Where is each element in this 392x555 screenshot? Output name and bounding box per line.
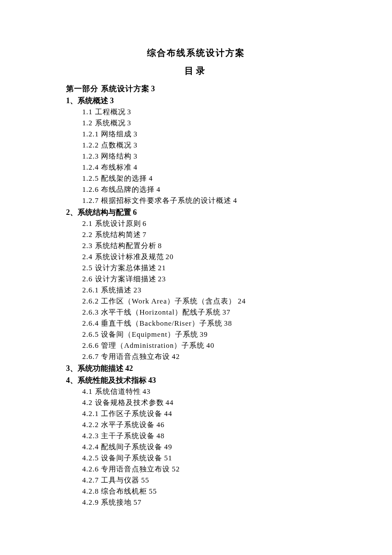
toc-entry: 2.5 设计方案总体描述21 xyxy=(66,263,326,274)
toc-entry-page: 51 xyxy=(164,454,172,462)
toc-entry-page: 55 xyxy=(149,487,157,495)
toc-entry: 1.2.4 布线标准4 xyxy=(66,162,326,173)
toc-entry-page: 3 xyxy=(127,108,132,116)
toc-entry: 2.1 系统设计原则6 xyxy=(66,218,326,229)
toc-entry-page: 38 xyxy=(224,319,232,327)
toc-entry: 2.6.7 专用语音点独立布设42 xyxy=(66,351,326,362)
toc-entry: 4.2.6 专用语音点独立布设52 xyxy=(66,464,326,475)
toc-entry-label: 1.2.7 根据招标文件要求各子系统的设计概述 xyxy=(82,197,231,205)
toc-entry-label: 1.2.3 网络结构 xyxy=(82,152,132,160)
toc-entry-label: 3、系统功能描述 xyxy=(66,364,124,373)
toc-entry-label: 2.3 系统结构配置分析 xyxy=(82,242,156,250)
table-of-contents: 第一部分 系统设计方案31、系统概述31.1 工程概况31.2 系统概况31.2… xyxy=(66,83,326,508)
toc-entry: 2.3 系统结构配置分析8 xyxy=(66,240,326,251)
toc-entry: 2.6.6 管理（Administration）子系统40 xyxy=(66,340,326,351)
toc-entry-page: 37 xyxy=(222,308,231,316)
toc-entry: 4.2.1 工作区子系统设备44 xyxy=(66,408,326,419)
toc-entry-page: 3 xyxy=(133,130,138,138)
toc-entry: 2.6.3 水平干线（Horizontal）配线子系统37 xyxy=(66,307,326,318)
toc-entry-label: 1.2 系统概况 xyxy=(82,119,126,127)
toc-entry: 1.2.6 布线品牌的选择4 xyxy=(66,184,326,195)
toc-entry-label: 2.6.3 水平干线（Horizontal）配线子系统 xyxy=(82,308,221,316)
toc-entry: 1.2.3 网络结构3 xyxy=(66,151,326,162)
toc-entry-page: 40 xyxy=(206,341,214,350)
toc-entry-label: 2.6.1 系统描述 xyxy=(82,286,132,294)
toc-entry: 1.2.1 网络组成3 xyxy=(66,129,326,140)
toc-entry: 1.1 工程概况3 xyxy=(66,107,326,118)
toc-entry: 4.2.9 系统接地57 xyxy=(66,497,326,508)
toc-entry-page: 3 xyxy=(127,119,132,127)
toc-entry-page: 55 xyxy=(141,476,149,484)
toc-entry-page: 4 xyxy=(149,174,153,182)
toc-entry-label: 4.2.6 专用语音点独立布设 xyxy=(82,465,170,473)
toc-entry: 4.2.5 设备间子系统设备51 xyxy=(66,453,326,464)
toc-entry-label: 2、系统结构与配置 xyxy=(66,208,131,217)
toc-entry-page: 23 xyxy=(133,286,141,294)
toc-entry-page: 43 xyxy=(148,376,156,384)
toc-entry: 2.6.5 设备间（Equipment）子系统39 xyxy=(66,329,326,340)
toc-entry-page: 21 xyxy=(158,264,166,272)
toc-entry: 4.2.4 配线间子系统设备49 xyxy=(66,442,326,453)
toc-entry-label: 4.2.9 系统接地 xyxy=(82,498,132,506)
toc-entry: 4.2.2 水平子系统设备46 xyxy=(66,419,326,431)
toc-entry-label: 1.2.2 点数概况 xyxy=(82,141,132,149)
toc-entry-page: 52 xyxy=(172,465,180,473)
toc-entry-label: 1.2.1 网络组成 xyxy=(82,130,132,138)
toc-entry: 1.2.2 点数概况3 xyxy=(66,140,326,151)
toc-entry-label: 4.2.4 配线间子系统设备 xyxy=(82,443,162,451)
toc-entry-page: 49 xyxy=(164,443,172,451)
toc-entry-label: 1、系统概述 xyxy=(66,96,108,105)
toc-entry-label: 2.6.7 专用语音点独立布设 xyxy=(82,353,170,361)
toc-entry-label: 1.2.6 布线品牌的选择 xyxy=(82,185,155,194)
toc-entry-label: 2.2 系统结构简述 xyxy=(82,231,141,239)
toc-entry: 第一部分 系统设计方案3 xyxy=(66,83,326,95)
toc-entry-page: 39 xyxy=(200,330,208,338)
document-title: 综合布线系统设计方案 xyxy=(66,47,326,59)
toc-entry-page: 57 xyxy=(133,498,141,506)
toc-entry-label: 第一部分 系统设计方案 xyxy=(66,84,150,93)
toc-entry: 2.6.4 垂直干线（Backbone/Riser）子系统38 xyxy=(66,318,326,329)
toc-entry-page: 44 xyxy=(166,399,174,407)
toc-entry-page: 44 xyxy=(164,410,172,418)
toc-entry-label: 2.6.4 垂直干线（Backbone/Riser）子系统 xyxy=(82,319,222,327)
toc-entry: 1.2 系统概况3 xyxy=(66,118,326,129)
toc-entry-label: 4、系统性能及技术指标 xyxy=(66,376,147,384)
toc-entry: 2.2 系统结构简述7 xyxy=(66,229,326,240)
toc-entry-page: 3 xyxy=(133,141,138,149)
toc-entry-label: 2.5 设计方案总体描述 xyxy=(82,264,156,272)
toc-entry-label: 4.2.8 综合布线机柜 xyxy=(82,487,147,495)
toc-entry-page: 24 xyxy=(238,297,246,305)
toc-entry-label: 4.2 设备规格及技术参数 xyxy=(82,399,164,407)
toc-entry: 2、系统结构与配置6 xyxy=(66,206,326,218)
toc-entry: 1.2.5 配线架的选择4 xyxy=(66,173,326,184)
toc-entry: 4.2.3 主干子系统设备48 xyxy=(66,431,326,442)
toc-entry-page: 42 xyxy=(125,364,133,373)
toc-entry-page: 8 xyxy=(158,242,162,250)
toc-entry-page: 7 xyxy=(143,231,147,239)
toc-entry-label: 2.6.5 设备间（Equipment）子系统 xyxy=(82,330,198,338)
toc-entry: 2.6 设计方案详细描述23 xyxy=(66,274,326,285)
toc-entry-page: 4 xyxy=(133,163,138,171)
toc-entry: 4.2 设备规格及技术参数44 xyxy=(66,397,326,408)
toc-entry-page: 46 xyxy=(156,421,164,429)
toc-entry-page: 23 xyxy=(158,275,166,283)
toc-heading: 目录 xyxy=(66,65,326,77)
toc-entry-page: 6 xyxy=(133,208,137,217)
toc-entry: 1、系统概述3 xyxy=(66,95,326,107)
toc-entry-page: 42 xyxy=(172,353,180,361)
toc-entry-label: 2.4 系统设计标准及规范 xyxy=(82,253,164,261)
toc-entry: 4.1 系统信道特性43 xyxy=(66,386,326,397)
toc-entry-page: 6 xyxy=(143,220,147,228)
toc-entry: 2.6.2 工作区（Work Area）子系统（含点表）24 xyxy=(66,296,326,307)
toc-entry-label: 4.2.5 设备间子系统设备 xyxy=(82,454,162,462)
toc-entry-page: 43 xyxy=(143,387,151,396)
toc-entry-label: 1.2.4 布线标准 xyxy=(82,163,132,171)
toc-entry: 1.2.7 根据招标文件要求各子系统的设计概述4 xyxy=(66,195,326,206)
toc-entry-page: 3 xyxy=(151,84,156,93)
toc-entry: 4.2.7 工具与仪器55 xyxy=(66,475,326,486)
toc-entry-page: 4 xyxy=(233,197,237,205)
toc-entry-label: 2.1 系统设计原则 xyxy=(82,220,141,228)
toc-entry-label: 2.6 设计方案详细描述 xyxy=(82,275,156,283)
toc-entry: 4.2.8 综合布线机柜55 xyxy=(66,486,326,497)
toc-entry-label: 1.1 工程概况 xyxy=(82,108,126,116)
